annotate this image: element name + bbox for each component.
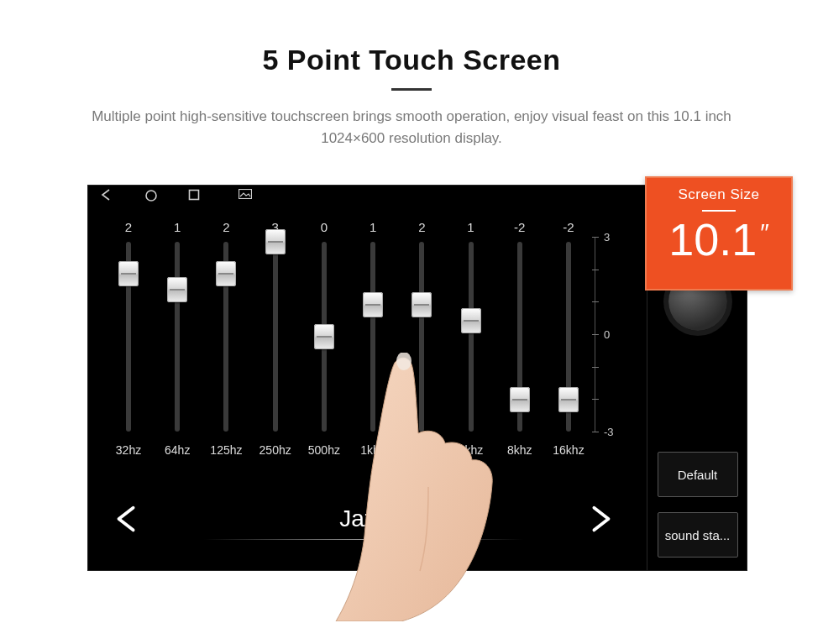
sound-stage-button[interactable]: sound sta... [658, 512, 738, 558]
eq-slider-track[interactable] [517, 242, 522, 432]
eq-slider-freq: 8khz [507, 443, 532, 457]
eq-slider-thumb[interactable] [412, 292, 432, 317]
home-icon[interactable] [144, 189, 158, 202]
recent-apps-icon[interactable] [188, 189, 200, 202]
eq-slider-freq: 64hz [165, 443, 190, 457]
eq-slider-freq: 500hz [308, 443, 340, 457]
eq-slider-freq: 2khz [410, 443, 435, 457]
preset-next-button[interactable] [581, 500, 620, 538]
svg-rect-2 [239, 190, 252, 199]
eq-slider-value: 1 [467, 220, 474, 237]
eq-slider-track[interactable] [419, 242, 424, 432]
eq-slider-track[interactable] [469, 242, 474, 432]
title-divider [391, 88, 432, 91]
svg-point-0 [146, 191, 156, 201]
scale-max: 3 [604, 231, 610, 243]
eq-slider-thumb[interactable] [314, 324, 334, 349]
eq-slider-value: 2 [125, 220, 132, 237]
eq-slider[interactable]: -216khz [548, 220, 590, 472]
eq-slider-value: 1 [174, 220, 181, 237]
eq-slider-thumb[interactable] [363, 292, 383, 317]
eq-slider-track[interactable] [175, 242, 180, 432]
eq-slider-value: -2 [514, 220, 525, 237]
scale-mid: 0 [604, 328, 610, 341]
eq-slider-thumb[interactable] [167, 277, 187, 302]
eq-slider[interactable]: 22khz [401, 220, 443, 472]
eq-slider-freq: 125hz [210, 443, 242, 457]
eq-slider[interactable]: 0500hz [303, 220, 345, 472]
page-title: 5 Point Touch Screen [0, 44, 823, 76]
eq-slider-thumb[interactable] [265, 229, 286, 254]
eq-slider-freq: 32hz [116, 443, 141, 457]
eq-slider-thumb[interactable] [510, 387, 530, 412]
eq-slider-thumb[interactable] [216, 261, 236, 286]
badge-value: 10.1 [668, 214, 757, 264]
page-subtitle: Multiple point high-sensitive touchscree… [67, 106, 756, 149]
eq-slider-freq: 16khz [553, 443, 584, 457]
preset-prev-button[interactable] [107, 500, 146, 538]
equalizer-area: 232hz164hz2125hz3250hz0500hz11khz22khz14… [87, 207, 640, 571]
eq-slider[interactable]: -28khz [499, 220, 541, 472]
eq-slider[interactable]: 2125hz [205, 220, 247, 472]
svg-rect-1 [190, 191, 199, 200]
eq-slider-value: -2 [563, 220, 574, 237]
eq-slider-track[interactable] [370, 242, 375, 432]
eq-slider-freq: 1khz [360, 443, 385, 457]
eq-slider-value: 0 [321, 220, 328, 237]
screen-size-badge: Screen Size 10.1″ [645, 176, 793, 291]
eq-slider-value: 2 [418, 220, 425, 237]
eq-slider-value: 2 [223, 220, 229, 237]
eq-slider[interactable]: 232hz [107, 220, 149, 472]
picture-icon[interactable] [239, 189, 252, 202]
eq-slider-thumb[interactable] [461, 308, 481, 333]
eq-slider-track[interactable] [322, 242, 327, 432]
eq-slider[interactable]: 3250hz [254, 220, 296, 472]
eq-scale: 3 0 -3 [595, 237, 633, 432]
eq-slider-value: 1 [370, 220, 376, 237]
eq-slider[interactable]: 11khz [352, 220, 394, 472]
badge-label: Screen Size [647, 186, 791, 203]
preset-name[interactable]: Jazz [146, 505, 581, 532]
eq-slider[interactable]: 14khz [450, 220, 492, 472]
eq-slider-thumb[interactable] [558, 387, 579, 412]
badge-unit: ″ [760, 218, 769, 246]
eq-slider-thumb[interactable] [118, 261, 139, 286]
eq-sliders: 232hz164hz2125hz3250hz0500hz11khz22khz14… [107, 220, 590, 472]
eq-slider-track[interactable] [223, 242, 228, 432]
eq-slider[interactable]: 164hz [156, 220, 198, 472]
eq-slider-track[interactable] [273, 242, 278, 432]
preset-row: Jazz [107, 492, 620, 546]
eq-slider-track[interactable] [126, 242, 131, 432]
default-button[interactable]: Default [658, 452, 738, 497]
eq-slider-freq: 250hz [259, 443, 291, 457]
eq-slider-freq: 4khz [459, 443, 484, 457]
back-icon[interactable] [99, 189, 114, 202]
scale-min: -3 [604, 426, 614, 438]
eq-slider-track[interactable] [566, 242, 571, 432]
